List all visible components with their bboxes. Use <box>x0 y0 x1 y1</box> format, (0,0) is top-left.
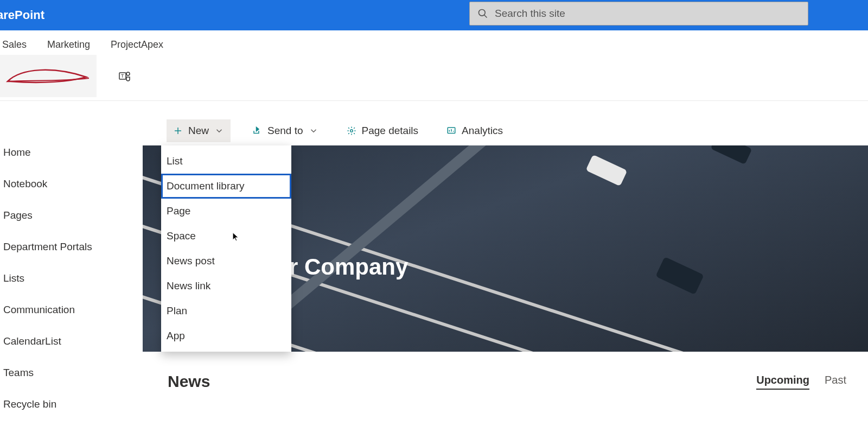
news-section: News Upcoming Past <box>168 372 846 391</box>
nav-communication[interactable]: Communication <box>3 294 143 326</box>
search-icon <box>477 8 488 19</box>
chevron-down-icon <box>309 126 318 136</box>
news-tab-upcoming[interactable]: Upcoming <box>756 374 809 390</box>
hub-nav-projectapex[interactable]: ProjectApex <box>111 39 163 50</box>
nav-notebook[interactable]: Notebook <box>3 168 143 200</box>
content-area: New Send to Page details Analytics <box>143 101 868 432</box>
analytics-button[interactable]: Analytics <box>440 119 509 142</box>
gear-icon <box>347 126 356 136</box>
page-details-button[interactable]: Page details <box>340 119 425 142</box>
new-dropdown-menu: List Document library Page Space News po… <box>161 145 291 352</box>
command-bar: New Send to Page details Analytics <box>143 116 868 145</box>
body: Home Notebook Pages Department Portals L… <box>0 101 868 432</box>
search-placeholder: Search this site <box>495 8 565 20</box>
menu-item-space[interactable]: Space <box>161 224 291 249</box>
nav-department-portals[interactable]: Department Portals <box>3 231 143 263</box>
svg-text:T: T <box>121 73 124 79</box>
svg-line-1 <box>484 15 487 18</box>
send-to-label: Send to <box>267 125 303 137</box>
svg-point-7 <box>350 130 353 132</box>
svg-point-3 <box>126 72 130 75</box>
analytics-icon <box>446 126 456 136</box>
menu-item-page[interactable]: Page <box>161 199 291 224</box>
news-tabs: Upcoming Past <box>756 374 846 390</box>
nav-lists[interactable]: Lists <box>3 263 143 294</box>
svg-point-0 <box>479 10 486 16</box>
news-tab-past[interactable]: Past <box>825 374 846 390</box>
nav-home[interactable]: Home <box>3 137 143 168</box>
menu-item-app[interactable]: App <box>161 323 291 348</box>
car-logo-icon <box>5 65 92 87</box>
new-label: New <box>188 125 209 137</box>
cursor-icon <box>231 231 241 243</box>
menu-item-plan[interactable]: Plan <box>161 298 291 323</box>
nav-calendarlist[interactable]: CalendarList <box>3 326 143 357</box>
hub-nav-sales[interactable]: Sales <box>2 39 27 50</box>
chevron-down-icon <box>214 126 224 136</box>
site-logo[interactable] <box>0 55 97 97</box>
nav-recycle-bin[interactable]: Recycle bin <box>3 389 143 420</box>
search-box[interactable]: Search this site <box>469 2 808 26</box>
share-icon <box>252 126 262 136</box>
plus-icon <box>173 126 183 136</box>
menu-item-news-link[interactable]: News link <box>161 274 291 298</box>
hub-nav: Sales Marketing ProjectApex <box>0 30 868 51</box>
news-heading: News <box>168 372 210 391</box>
hub-nav-marketing[interactable]: Marketing <box>47 39 90 50</box>
nav-pages[interactable]: Pages <box>3 200 143 231</box>
teams-icon[interactable]: T <box>118 69 131 82</box>
hero-title: r Company <box>289 254 408 280</box>
menu-item-list[interactable]: List <box>161 149 291 174</box>
site-header: T <box>0 51 868 101</box>
app-name: arePoint <box>0 8 44 22</box>
new-button[interactable]: New <box>167 119 231 142</box>
menu-item-news-post[interactable]: News post <box>161 249 291 274</box>
page-details-label: Page details <box>362 125 419 137</box>
nav-teams[interactable]: Teams <box>3 357 143 389</box>
menu-item-document-library[interactable]: Document library <box>161 174 291 199</box>
suite-bar: arePoint Search this site <box>0 0 868 30</box>
left-nav: Home Notebook Pages Department Portals L… <box>0 101 143 432</box>
analytics-label: Analytics <box>462 125 503 137</box>
send-to-button[interactable]: Send to <box>246 119 325 142</box>
